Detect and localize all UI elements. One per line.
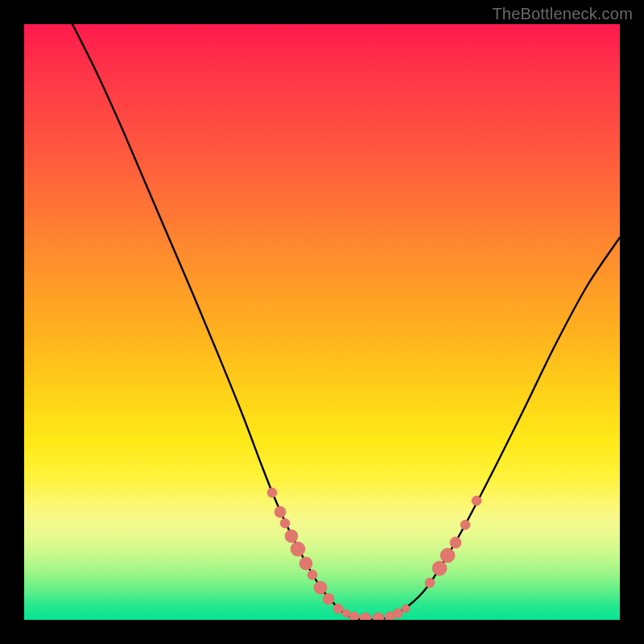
curve-markers xyxy=(267,488,481,620)
curve-marker-dot xyxy=(472,496,481,506)
curve-marker-dot xyxy=(425,578,435,588)
bottleneck-chart-svg xyxy=(24,24,620,620)
curve-marker-dot xyxy=(299,557,312,570)
curve-marker-dot xyxy=(333,604,343,613)
curve-marker-dot xyxy=(342,609,350,617)
curve-marker-dot xyxy=(373,613,384,620)
curve-marker-dot xyxy=(360,613,371,620)
curve-marker-dot xyxy=(323,593,334,605)
curve-marker-dot xyxy=(275,506,286,518)
watermark-text: TheBottleneck.com xyxy=(492,5,633,23)
curve-marker-dot xyxy=(432,561,447,576)
curve-marker-dot xyxy=(285,530,298,543)
curve-marker-dot xyxy=(349,612,359,620)
outer-frame: TheBottleneck.com xyxy=(0,0,644,644)
curve-marker-dot xyxy=(450,537,461,548)
curve-marker-dot xyxy=(460,520,470,530)
bottleneck-curve xyxy=(72,24,620,620)
curve-marker-dot xyxy=(291,542,305,556)
curve-marker-dot xyxy=(267,488,277,497)
curve-marker-dot xyxy=(402,605,410,613)
curve-marker-dot xyxy=(308,570,317,580)
curve-marker-dot xyxy=(393,609,402,618)
curve-marker-dot xyxy=(280,518,290,528)
plot-area xyxy=(24,24,620,620)
curve-marker-dot xyxy=(314,581,327,594)
curve-marker-dot xyxy=(440,548,455,563)
